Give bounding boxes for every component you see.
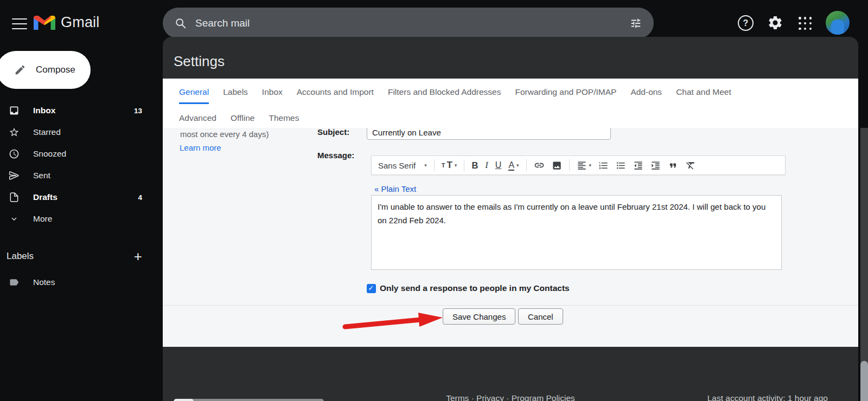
cancel-button[interactable]: Cancel: [518, 308, 563, 325]
label-tag-icon: [8, 277, 20, 288]
message-label: Message:: [317, 151, 354, 160]
tab-labels[interactable]: Labels: [223, 87, 248, 104]
message-textarea[interactable]: I'm unable to answer to the emails as I'…: [371, 195, 782, 270]
buttons-divider: [163, 305, 858, 306]
draft-icon: [8, 192, 20, 203]
learn-more-link[interactable]: Learn more: [180, 143, 221, 152]
align-dropdown[interactable]: ▾: [577, 160, 592, 171]
tab-advanced[interactable]: Advanced: [179, 113, 216, 128]
settings-tabs-card: General Labels Inbox Accounts and Import…: [163, 79, 858, 128]
vacation-responder-section: most once every 4 days) Learn more Subje…: [163, 128, 858, 347]
plain-text-link[interactable]: « Plain Text: [374, 184, 416, 193]
contacts-only-row: Only send a response to people in my Con…: [367, 283, 570, 293]
toolbar-divider: [569, 159, 570, 171]
pencil-icon: [14, 64, 26, 76]
settings-tabs-row2: Advanced Offline Themes: [179, 113, 299, 128]
numbered-list-icon[interactable]: [598, 160, 609, 171]
contacts-only-checkbox[interactable]: [367, 284, 376, 293]
create-label-button[interactable]: +: [134, 251, 142, 262]
search-options-icon[interactable]: [630, 17, 642, 29]
text-size-dropdown[interactable]: TT ▾: [442, 160, 457, 171]
help-icon[interactable]: [738, 15, 754, 31]
red-arrow-annotation: [342, 311, 445, 330]
bold-button[interactable]: B: [471, 160, 478, 171]
sidebar-item-starred[interactable]: Starred: [0, 121, 158, 143]
sidebar-item-snoozed[interactable]: Snoozed: [0, 143, 158, 165]
remove-formatting-icon[interactable]: [685, 160, 696, 171]
toolbar-divider: [434, 159, 435, 171]
scrollbar-track[interactable]: [860, 128, 868, 401]
subject-input[interactable]: [367, 128, 611, 140]
quote-icon[interactable]: [668, 160, 678, 171]
sidebar-labels: Notes: [0, 271, 158, 293]
account-avatar[interactable]: [826, 11, 850, 35]
scrollbar-thumb[interactable]: [860, 361, 868, 401]
drafts-count: 4: [138, 193, 142, 202]
settings-gear-icon[interactable]: [767, 15, 783, 31]
compose-button[interactable]: Compose: [0, 51, 91, 89]
caret-down-icon: ▾: [455, 163, 457, 168]
tab-chat-and-meet[interactable]: Chat and Meet: [676, 87, 731, 104]
page-title: Settings: [174, 53, 225, 70]
last-account-activity: Last account activity: 1 hour ago: [707, 393, 828, 401]
responder-note: most once every 4 days): [180, 130, 269, 139]
gmail-m-icon: [34, 15, 55, 31]
gmail-wordmark: Gmail: [61, 14, 100, 31]
settings-pane: Settings General Labels Inbox Accounts a…: [163, 37, 858, 401]
tab-inbox[interactable]: Inbox: [262, 87, 283, 104]
compose-label: Compose: [36, 64, 75, 75]
save-changes-button[interactable]: Save Changes: [443, 308, 515, 325]
settings-footer: 1.93 GB of 15 GB used Terms · Privacy · …: [163, 347, 858, 401]
italic-button[interactable]: I: [485, 160, 488, 171]
insert-image-icon[interactable]: [552, 160, 562, 171]
google-apps-icon[interactable]: [799, 17, 812, 30]
tab-general[interactable]: General: [179, 87, 209, 104]
caret-down-icon: ▾: [589, 163, 592, 168]
sidebar-item-drafts[interactable]: Drafts 4: [0, 186, 158, 208]
sidebar-nav: Inbox 13 Starred Snoozed Sent Drafts 4 M…: [0, 100, 158, 230]
font-family-dropdown[interactable]: Sans Serif ▾: [378, 161, 427, 170]
caret-down-icon: ▾: [424, 163, 427, 168]
inbox-count: 13: [134, 107, 142, 115]
contacts-only-label: Only send a response to people in my Con…: [380, 283, 570, 293]
labels-title: Labels: [7, 251, 34, 262]
sidebar-item-sent[interactable]: Sent: [0, 165, 158, 186]
formatting-toolbar: Sans Serif ▾ TT ▾ B I U A ▾ ▾: [371, 156, 786, 175]
indent-decrease-icon[interactable]: [633, 160, 643, 171]
underline-button[interactable]: U: [495, 160, 502, 170]
star-icon: [8, 127, 20, 138]
main-menu-icon[interactable]: [8, 16, 31, 31]
toolbar-divider: [526, 159, 527, 171]
gmail-logo[interactable]: Gmail: [34, 14, 100, 31]
sidebar-item-more[interactable]: More: [0, 208, 158, 230]
search-input[interactable]: [195, 17, 630, 29]
sidebar-item-notes-label[interactable]: Notes: [0, 271, 158, 293]
tab-offline[interactable]: Offline: [231, 113, 255, 128]
sidebar-item-inbox[interactable]: Inbox 13: [0, 100, 158, 121]
tab-filters-and-blocked-addresses[interactable]: Filters and Blocked Addresses: [388, 87, 501, 104]
chevron-down-icon: [8, 214, 20, 224]
tab-forwarding-and-pop-imap[interactable]: Forwarding and POP/IMAP: [515, 87, 616, 104]
tab-add-ons[interactable]: Add-ons: [630, 87, 662, 104]
search-bar[interactable]: [163, 8, 654, 38]
text-color-dropdown[interactable]: A ▾: [508, 160, 519, 171]
toolbar-divider: [464, 159, 464, 171]
send-icon: [8, 170, 20, 181]
subject-label: Subject:: [317, 128, 349, 137]
insert-link-icon[interactable]: [534, 160, 545, 171]
bulleted-list-icon[interactable]: [616, 160, 626, 171]
inbox-icon: [8, 105, 20, 116]
labels-header: Labels +: [0, 247, 158, 266]
indent-increase-icon[interactable]: [650, 160, 661, 171]
settings-tabs-row1: General Labels Inbox Accounts and Import…: [179, 87, 731, 104]
clock-icon: [8, 148, 20, 159]
search-icon[interactable]: [175, 17, 187, 29]
caret-down-icon: ▾: [516, 163, 519, 168]
tab-accounts-and-import[interactable]: Accounts and Import: [297, 87, 374, 104]
tab-themes[interactable]: Themes: [269, 113, 299, 128]
